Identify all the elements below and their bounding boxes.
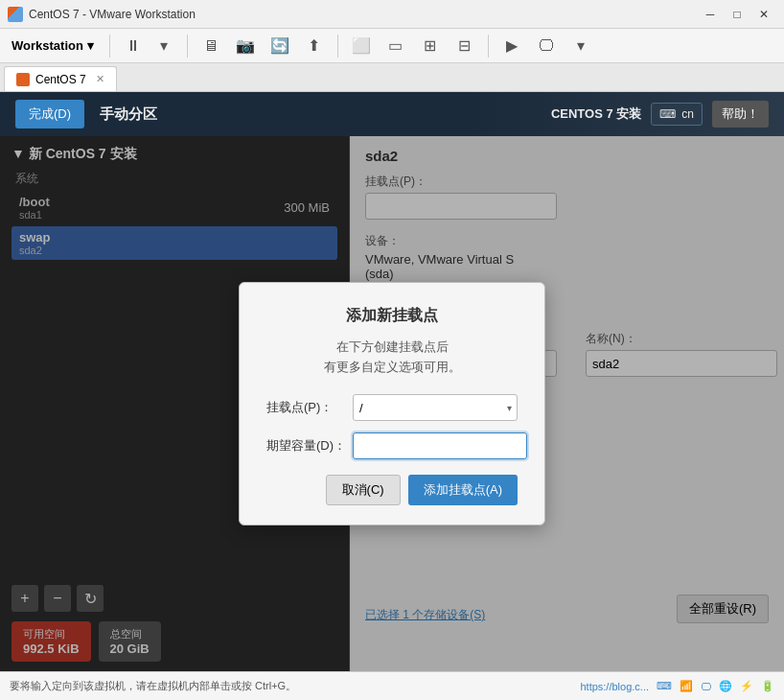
help-button[interactable]: 帮助！ (712, 101, 769, 128)
network-status-icon: 🌐 (719, 680, 732, 692)
toolbar-separator-1 (109, 35, 110, 58)
battery-status-icon: 🔋 (761, 680, 774, 692)
modal-description: 在下方创建挂载点后 有更多自定义选项可用。 (266, 338, 518, 378)
lang-label: cn (681, 107, 694, 121)
workstation-menu[interactable]: Workstation ▾ (4, 35, 102, 57)
usb-status-icon: ⚡ (740, 680, 753, 692)
screen-button[interactable]: 🖵 (531, 33, 562, 59)
keyboard-status-icon: ⌨ (657, 680, 672, 692)
modal-buttons: 取消(C) 添加挂载点(A) (266, 475, 518, 505)
title-bar: CentOS 7 - VMware Workstation ─ □ ✕ (0, 0, 784, 29)
vm-area: 完成(D) 手动分区 CENTOS 7 安装 ⌨ cn 帮助！ ▼ 新 Cent… (0, 92, 784, 671)
snapshot3-button[interactable]: ⬆ (299, 33, 330, 59)
keyboard-icon: ⌨ (659, 107, 676, 121)
modal-capacity-input[interactable] (353, 432, 527, 459)
centos-install-title: CENTOS 7 安装 (551, 105, 641, 123)
add-mount-point-dialog: 添加新挂载点 在下方创建挂载点后 有更多自定义选项可用。 挂载点(P)： / /… (239, 282, 545, 526)
modal-title: 添加新挂载点 (266, 306, 518, 326)
monitor-status-icon: 🖵 (701, 681, 711, 692)
tab-close-icon[interactable]: ✕ (96, 73, 104, 85)
terminal-button[interactable]: ▶ (496, 33, 527, 59)
main-content: ▼ 新 CentOS 7 安装 系统 /boot sda1 300 MiB sw… (0, 136, 784, 671)
modal-ok-button[interactable]: 添加挂载点(A) (408, 475, 518, 505)
modal-mount-select-wrapper: / /boot /home swap ▾ (353, 394, 518, 421)
modal-desc-line1: 在下方创建挂载点后 (336, 339, 449, 354)
toolbar-separator-4 (488, 35, 489, 58)
window-title: CentOS 7 - VMware Workstation (29, 8, 196, 21)
modal-mount-select[interactable]: / /boot /home swap (353, 394, 518, 421)
modal-capacity-field: 期望容量(D)： (266, 432, 518, 459)
minimize-button[interactable]: ─ (698, 4, 723, 25)
installer-section-title: 手动分区 (100, 105, 157, 124)
toolbar-group-playback: ⏸ ▾ (118, 33, 179, 59)
lang-selector[interactable]: ⌨ cn (651, 103, 703, 126)
split-button[interactable]: ⊞ (415, 33, 446, 59)
status-url: https://blog.c... (580, 681, 649, 692)
modal-capacity-label: 期望容量(D)： (266, 437, 353, 455)
app-logo (8, 7, 23, 22)
modal-mount-label: 挂载点(P)： (266, 399, 353, 416)
status-hint: 要将输入定向到该虚拟机，请在虚拟机内部单击或按 Ctrl+G。 (10, 679, 296, 693)
fullscreen2-button[interactable]: ▭ (380, 33, 411, 59)
tab-centos7[interactable]: CentOS 7 ✕ (4, 66, 117, 91)
modal-overlay: 添加新挂载点 在下方创建挂载点后 有更多自定义选项可用。 挂载点(P)： / /… (0, 136, 784, 671)
status-bar: 要将输入定向到该虚拟机，请在虚拟机内部单击或按 Ctrl+G。 https://… (0, 671, 784, 700)
fullscreen-button[interactable]: ⬜ (346, 33, 377, 59)
tab-bar: CentOS 7 ✕ (0, 63, 784, 92)
tab-label: CentOS 7 (35, 73, 86, 86)
modal-mount-field: 挂载点(P)： / /boot /home swap ▾ (266, 394, 518, 421)
workstation-dropdown-arrow: ▾ (87, 38, 94, 53)
split2-button[interactable]: ⊟ (450, 33, 480, 59)
toolbar-separator-3 (337, 35, 338, 58)
signal-status-icon: 📶 (680, 680, 693, 692)
modal-cancel-button[interactable]: 取消(C) (326, 475, 401, 505)
screen-dropdown-button[interactable]: ▾ (565, 33, 596, 59)
toolbar-separator-2 (187, 35, 188, 58)
menu-bar: Workstation ▾ ⏸ ▾ 🖥 📷 🔄 ⬆ ⬜ ▭ ⊞ ⊟ ▶ 🖵 ▾ (0, 29, 784, 63)
snapshot2-button[interactable]: 🔄 (265, 33, 295, 59)
pause-dropdown-button[interactable]: ▾ (149, 33, 179, 59)
modal-desc-line2: 有更多自定义选项可用。 (324, 360, 461, 374)
maximize-button[interactable]: □ (725, 4, 749, 25)
centos-tab-icon (16, 73, 30, 86)
workstation-label: Workstation (12, 38, 83, 53)
send-ctrl-alt-del-button[interactable]: 🖥 (196, 33, 226, 59)
window-controls: ─ □ ✕ (698, 4, 776, 25)
snapshot-button[interactable]: 📷 (230, 33, 261, 59)
installer-header: 完成(D) 手动分区 CENTOS 7 安装 ⌨ cn 帮助！ (0, 92, 784, 136)
pause-button[interactable]: ⏸ (118, 33, 149, 59)
complete-button[interactable]: 完成(D) (15, 100, 84, 128)
close-button[interactable]: ✕ (751, 4, 776, 25)
